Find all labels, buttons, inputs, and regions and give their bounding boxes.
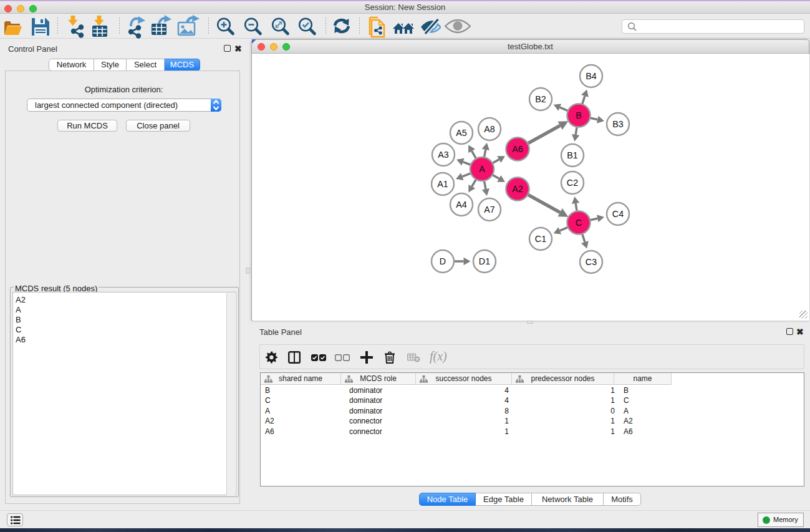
- svg-text:B4: B4: [586, 71, 597, 81]
- svg-text:A7: A7: [484, 205, 495, 215]
- svg-text:A6: A6: [512, 144, 523, 154]
- svg-text:C3: C3: [586, 257, 597, 267]
- svg-text:B1: B1: [567, 150, 578, 160]
- svg-text:A: A: [479, 164, 485, 174]
- svg-text:D: D: [440, 256, 446, 266]
- svg-text:A1: A1: [437, 179, 448, 189]
- svg-text:A3: A3: [438, 150, 449, 160]
- svg-text:C2: C2: [567, 178, 578, 188]
- svg-text:D1: D1: [479, 256, 490, 266]
- svg-text:C1: C1: [535, 234, 546, 244]
- svg-text:B2: B2: [535, 94, 546, 104]
- svg-text:B3: B3: [612, 119, 624, 129]
- svg-text:C4: C4: [612, 209, 624, 219]
- svg-text:A4: A4: [456, 200, 467, 210]
- svg-text:C: C: [576, 218, 582, 228]
- svg-text:B: B: [576, 110, 582, 120]
- svg-text:A8: A8: [484, 124, 495, 134]
- svg-text:A2: A2: [512, 184, 523, 194]
- svg-text:A5: A5: [456, 128, 467, 138]
